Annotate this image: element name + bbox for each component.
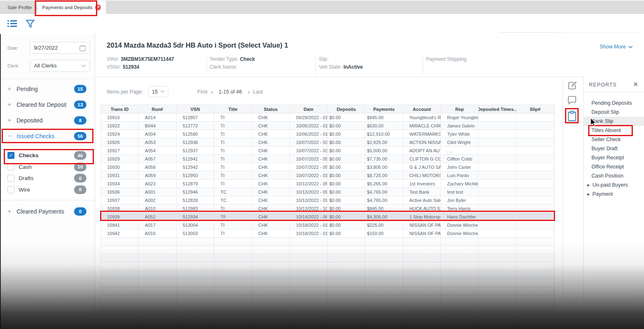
count-badge: 0 (74, 174, 86, 183)
expand-icon[interactable]: + (7, 208, 17, 215)
table-row[interactable]: 10938A010512983TICHK10/13/2022 - 10:...$… (101, 204, 554, 213)
checkbox-icon[interactable] (7, 186, 14, 193)
column-header-vsn[interactable]: VSN (177, 105, 214, 113)
sidebar-category-deposited[interactable]: +Deposited8 (1, 113, 95, 128)
filter-wire[interactable]: Wire0 (1, 184, 95, 195)
comment-icon[interactable] (567, 96, 577, 106)
report-item-payment[interactable]: ▶Payment (584, 190, 644, 199)
show-more-link[interactable]: Show More (600, 44, 633, 50)
cell-vsn: 512946 (177, 188, 214, 196)
table-row[interactable]: 10930A058512942TICHK10/07/2022 - 05:...$… (101, 163, 554, 171)
empty-cell (479, 287, 516, 295)
count-badge: 8 (74, 116, 86, 125)
filter-checks[interactable]: ✓Checks46 (1, 150, 95, 161)
close-icon[interactable]: ✕ (95, 5, 101, 10)
filter-icon[interactable] (26, 19, 35, 30)
expand-icon[interactable]: + (7, 85, 17, 93)
expand-icon[interactable]: + (7, 101, 17, 108)
info-label: VIN#: (107, 56, 119, 62)
empty-cell (101, 295, 139, 303)
clerk-select[interactable]: All Clerks (30, 60, 90, 72)
sidebar-category-issued-checks[interactable]: −Issued Checks56 (1, 128, 95, 144)
expand-icon[interactable]: + (7, 117, 17, 124)
column-header-title[interactable]: Title (214, 105, 252, 113)
cell-slip- (517, 122, 554, 130)
tab-payments-and-deposits[interactable]: Payments and Deposits ✕ (37, 1, 106, 14)
empty-cell (290, 262, 328, 270)
table-row[interactable]: 10916A014512857TICHK09/29/2022 - 01:...$… (101, 113, 554, 122)
reports-clipboard-icon[interactable] (567, 110, 577, 123)
items-per-page-select[interactable]: 15 (148, 86, 168, 97)
empty-cell (177, 304, 214, 312)
close-icon[interactable]: ✕ (633, 81, 638, 88)
column-header-deposits[interactable]: Deposits (328, 105, 365, 113)
column-header-run-[interactable]: Run# (139, 105, 176, 113)
table-row[interactable]: 10934A023512879TICHK10/12/2022 - 05:...$… (101, 180, 554, 188)
table-row[interactable]: 10939A052512934TFCHK10/14/2022 - 06:...$… (101, 213, 554, 221)
column-header-rep[interactable]: Rep (441, 105, 479, 113)
empty-cell (101, 238, 139, 245)
info-field: Clerk Name: (210, 64, 255, 70)
report-label: Cash Position (591, 173, 623, 179)
report-item-pending-deposits[interactable]: Pending Deposits (584, 98, 644, 108)
column-header-trans-id[interactable]: Trans ID (101, 105, 139, 113)
column-header-slip-[interactable]: Slip# (517, 105, 554, 113)
sidebar-category-cleared-payments[interactable]: +Cleared Payments0 (1, 204, 95, 219)
column-header-deposited-times-[interactable]: Deposited Times... (479, 105, 516, 113)
table-row[interactable]: 10926A053512936TICHK10/07/2022 - 03:...$… (101, 138, 554, 146)
list-view-icon[interactable] (7, 19, 17, 29)
filter-label: Drafts (19, 175, 34, 181)
report-item-office-receipt[interactable]: Office Receipt (584, 162, 644, 171)
table-row[interactable]: 10931A059512950TICHK10/07/2022 - 01:...$… (101, 171, 554, 180)
expand-arrow-icon[interactable]: ▶ (587, 183, 590, 187)
empty-cell (139, 238, 176, 245)
cell-slip- (517, 155, 554, 163)
report-label: Payment (592, 191, 613, 197)
sidebar-category-cleared-for-deposit[interactable]: +Cleared for Deposit13 (1, 97, 95, 113)
empty-cell (214, 279, 252, 287)
cell-status: CHK (252, 163, 290, 171)
cell-payments: $5,000.00 (365, 146, 403, 154)
empty-cell (139, 295, 176, 303)
date-input[interactable]: 9/27/2022 (30, 42, 90, 54)
filter-cash[interactable]: Cash10 (1, 161, 95, 173)
column-header-account[interactable]: Account (403, 105, 441, 113)
next-page-icon[interactable]: › (248, 88, 250, 95)
cell-slip- (517, 196, 554, 204)
report-item-cash-position[interactable]: Cash Position (584, 171, 644, 180)
empty-cell (479, 304, 516, 312)
table-row[interactable]: 10937A002512828TCCHK10/13/2022 - 09:...$… (101, 196, 554, 204)
column-header-status[interactable]: Status (252, 105, 290, 113)
expand-arrow-icon[interactable]: ▶ (587, 192, 590, 196)
pagination: Items per Page: 15 First ‹ 1-15 of 46 › … (107, 86, 263, 97)
cell-title: TF (214, 213, 252, 221)
checkbox-checked-icon[interactable]: ✓ (7, 152, 14, 159)
table-row[interactable]: 10936A001512946TCCHK10/13/2022 - 09:...$… (101, 188, 554, 196)
report-item-titles-absent[interactable]: Titles Absent (584, 126, 644, 135)
table-row[interactable]: 10929A057512941TICHK10/07/2022 - 05:...$… (101, 155, 554, 163)
edit-note-icon[interactable] (567, 81, 577, 92)
report-item-bank-slip[interactable]: Bank Slip (584, 117, 644, 126)
table-row[interactable]: 10922B044512772TICHK10/05/2022 - 01:...$… (101, 122, 554, 130)
checkbox-icon[interactable] (7, 175, 14, 182)
column-header-date[interactable]: Date (290, 105, 328, 113)
filter-drafts[interactable]: Drafts0 (1, 173, 95, 184)
report-item-buyer-receipt[interactable]: Buyer Receipt (584, 153, 644, 162)
report-item-buyer-draft[interactable]: Buyer Draft (584, 144, 644, 153)
table-row[interactable]: 10942A016513003TICHK10/18/2022 - 01:...$… (101, 229, 554, 238)
checkbox-icon[interactable] (7, 163, 14, 171)
last-page-button[interactable]: Last (253, 89, 263, 95)
column-header-payments[interactable]: Payments (365, 105, 403, 113)
prev-page-icon[interactable]: ‹ (211, 88, 213, 95)
cell-trans-id: 10929 (101, 155, 139, 163)
table-row[interactable]: 10927A054512937TICHK10/07/2022 - 03:...$… (101, 146, 554, 155)
sidebar-category-pending[interactable]: +Pending15 (1, 81, 95, 97)
table-row[interactable]: 10941A017513004TICHK10/18/2022 - 01:...$… (101, 221, 554, 229)
collapse-icon[interactable]: − (7, 132, 17, 140)
category-label: Deposited (17, 117, 43, 124)
report-item-deposit-slip[interactable]: Deposit Slip (584, 108, 644, 117)
report-item-un-paid-buyers[interactable]: ▶Un-paid Buyers (584, 180, 644, 190)
report-item-seller-check[interactable]: Seller Check (584, 135, 644, 144)
first-page-button[interactable]: First (197, 89, 207, 95)
table-row[interactable]: 10924A004512580TICHK10/06/2022 - 01:...$… (101, 130, 554, 138)
